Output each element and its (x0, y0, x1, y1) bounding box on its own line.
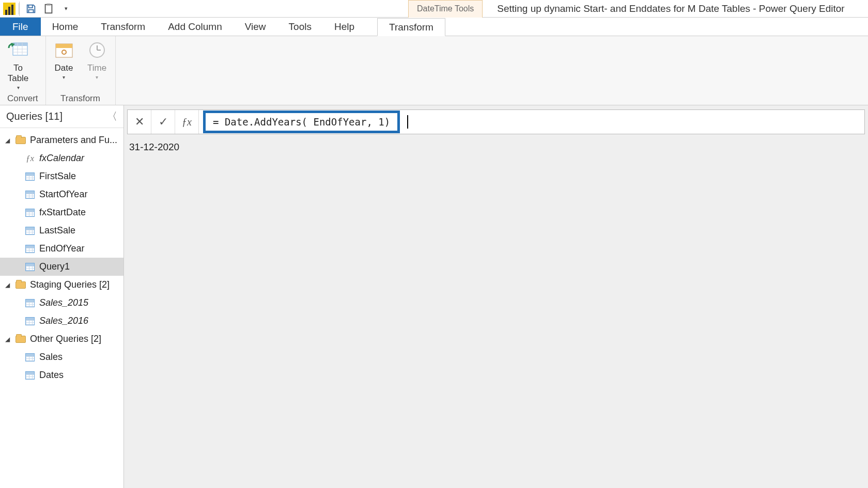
chevron-down-icon: ▾ (17, 85, 20, 90)
result-value: 31-12-2020 (124, 134, 868, 160)
to-table-button[interactable]: To Table ▾ (7, 39, 29, 90)
svg-rect-1 (47, 3, 50, 5)
content-area: ✕ ✓ ƒx = Date.AddYears( EndOfYear, 1) 31… (124, 105, 868, 488)
ribbon-group-label: Convert (7, 91, 38, 104)
tab-help[interactable]: Help (323, 18, 366, 36)
tab-home[interactable]: Home (41, 18, 90, 36)
save-icon[interactable] (24, 2, 38, 16)
commit-formula-button[interactable]: ✓ (151, 110, 175, 134)
svg-rect-3 (13, 43, 27, 46)
time-label: Time (87, 63, 106, 73)
main: Queries [11] 〈 ◢Parameters and Fu...ƒxfx… (0, 105, 868, 488)
queries-header: Queries [11] 〈 (0, 105, 123, 128)
query-item[interactable]: Sales_2015 (0, 294, 123, 312)
quick-access-toolbar: ▾ (19, 2, 78, 16)
query-item[interactable]: StartOfYear (0, 185, 123, 203)
ribbon-group-transform: Date ▾ Time ▾ Transform (46, 36, 116, 105)
paste-icon[interactable] (41, 2, 56, 16)
qat-dropdown-icon[interactable]: ▾ (59, 2, 73, 16)
query-item[interactable]: Sales_2016 (0, 312, 123, 330)
tab-file[interactable]: File (0, 18, 41, 36)
query-item[interactable]: fxStartDate (0, 203, 123, 222)
tab-tools[interactable]: Tools (277, 18, 323, 36)
query-item[interactable]: FirstSale (0, 167, 123, 185)
query-item[interactable]: Query1 (0, 258, 123, 276)
query-item[interactable]: Sales (0, 348, 123, 366)
query-group[interactable]: ◢Other Queries [2] (0, 330, 123, 348)
queries-tree: ◢Parameters and Fu...ƒxfxCalendarFirstSa… (0, 128, 123, 387)
chevron-down-icon: ▾ (63, 74, 65, 80)
query-group[interactable]: ◢Staging Queries [2] (0, 276, 123, 294)
tab-view[interactable]: View (234, 18, 277, 36)
tab-transform-context[interactable]: Transform (377, 18, 445, 36)
date-button[interactable]: Date ▾ (53, 39, 75, 80)
date-label: Date (55, 63, 73, 73)
svg-rect-0 (45, 4, 52, 13)
title-bar: ▾ DateTime Tools Setting up dynamic Star… (0, 0, 868, 18)
queries-title: Queries [11] (6, 111, 63, 122)
contextual-tool-tab[interactable]: DateTime Tools (408, 0, 483, 18)
tab-transform[interactable]: Transform (89, 18, 157, 36)
app-icon (3, 3, 16, 15)
query-item[interactable]: LastSale (0, 222, 123, 240)
ribbon-group-convert: To Table ▾ Convert (0, 36, 46, 105)
query-item[interactable]: EndOfYear (0, 240, 123, 258)
queries-pane: Queries [11] 〈 ◢Parameters and Fu...ƒxfx… (0, 105, 124, 488)
clock-icon (86, 39, 108, 61)
formula-input[interactable]: = Date.AddYears( EndOfYear, 1) (203, 111, 400, 133)
to-table-icon (7, 39, 29, 61)
time-button[interactable]: Time ▾ (86, 39, 108, 80)
ribbon-group-label: Transform (53, 91, 108, 104)
formula-input-wrap[interactable]: = Date.AddYears( EndOfYear, 1) (199, 111, 864, 133)
text-cursor (407, 115, 408, 129)
formula-bar: ✕ ✓ ƒx = Date.AddYears( EndOfYear, 1) (127, 109, 865, 134)
svg-rect-10 (56, 44, 72, 48)
query-group[interactable]: ◢Parameters and Fu... (0, 131, 123, 149)
ribbon: To Table ▾ Convert Date ▾ Time ▾ Tran (0, 36, 868, 105)
query-item[interactable]: Dates (0, 366, 123, 384)
cancel-formula-button[interactable]: ✕ (128, 110, 151, 134)
ribbon-tabs: File Home Transform Add Column View Tool… (0, 18, 868, 36)
document-title: Setting up dynamic Start- and Enddates f… (497, 3, 844, 14)
chevron-down-icon: ▾ (96, 74, 98, 80)
collapse-pane-icon[interactable]: 〈 (107, 109, 117, 123)
calendar-icon (53, 39, 75, 61)
query-item[interactable]: ƒxfxCalendar (0, 149, 123, 167)
fx-button[interactable]: ƒx (175, 110, 199, 134)
to-table-label: To Table (8, 63, 29, 84)
tab-add-column[interactable]: Add Column (157, 18, 234, 36)
